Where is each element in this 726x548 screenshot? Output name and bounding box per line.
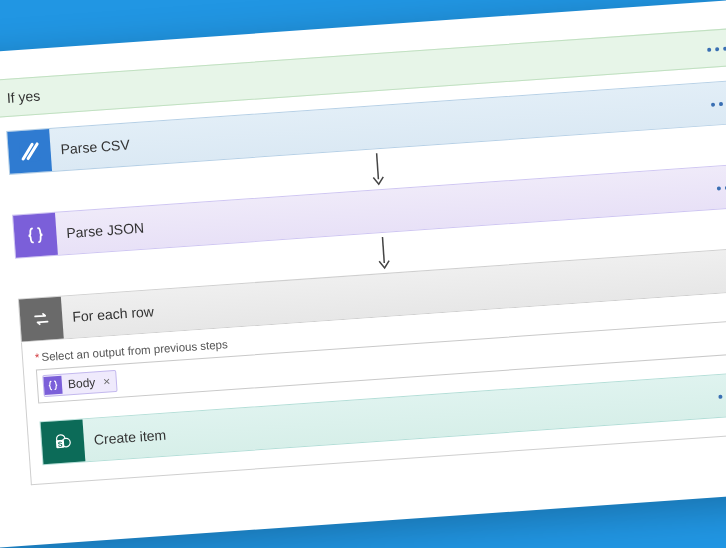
parse-csv-icon bbox=[7, 129, 52, 174]
action-menu-button[interactable] bbox=[708, 386, 726, 405]
sharepoint-icon: S bbox=[41, 419, 86, 464]
required-asterisk: * bbox=[35, 351, 40, 363]
dynamic-content-token[interactable]: Body × bbox=[42, 370, 118, 397]
loop-icon bbox=[19, 297, 64, 342]
svg-text:S: S bbox=[58, 440, 63, 447]
action-menu-button[interactable] bbox=[706, 178, 726, 197]
svg-line-3 bbox=[377, 153, 379, 179]
condition-menu-button[interactable] bbox=[697, 39, 726, 58]
token-remove-button[interactable]: × bbox=[97, 374, 117, 389]
parse-json-icon bbox=[13, 213, 58, 258]
action-menu-button[interactable] bbox=[700, 94, 726, 113]
svg-line-4 bbox=[382, 237, 384, 263]
token-label: Body bbox=[65, 375, 97, 391]
parse-json-icon bbox=[43, 376, 62, 395]
